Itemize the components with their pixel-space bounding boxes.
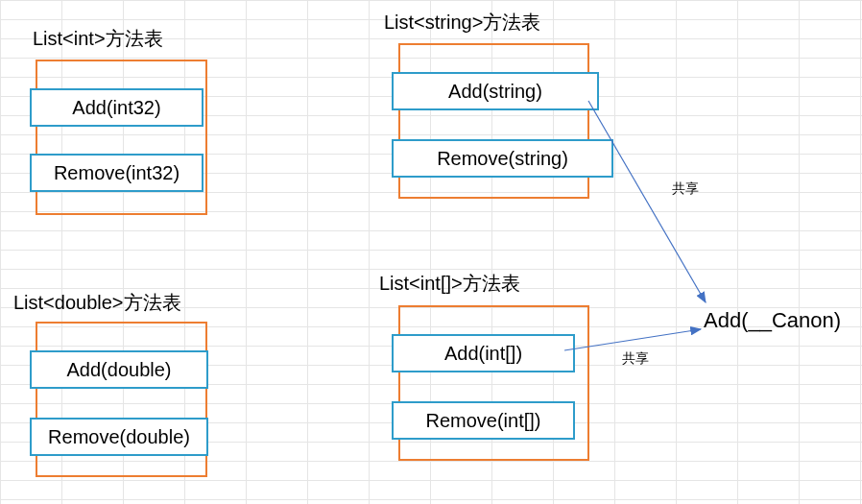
diagram-root: List<int>方法表 Add(int32) Remove(int32) Li… xyxy=(0,0,862,504)
method-double-add: Add(double) xyxy=(30,350,208,389)
title-list-int: List<int>方法表 xyxy=(33,26,163,52)
title-list-double: List<double>方法表 xyxy=(13,290,181,316)
title-list-intarr: List<int[]>方法表 xyxy=(379,271,520,297)
method-intarr-remove: Remove(int[]) xyxy=(392,401,575,440)
method-string-add: Add(string) xyxy=(392,72,599,110)
method-int-add: Add(int32) xyxy=(30,88,204,127)
arrow-string-to-canon xyxy=(588,101,706,302)
label-share-bottom: 共享 xyxy=(622,350,649,368)
title-list-string: List<string>方法表 xyxy=(384,10,540,36)
method-intarr-add: Add(int[]) xyxy=(392,334,575,372)
method-double-remove: Remove(double) xyxy=(30,418,208,456)
target-add-canon: Add(__Canon) xyxy=(704,308,841,333)
method-string-remove: Remove(string) xyxy=(392,139,613,178)
method-int-remove: Remove(int32) xyxy=(30,154,204,192)
label-share-top: 共享 xyxy=(672,180,699,198)
